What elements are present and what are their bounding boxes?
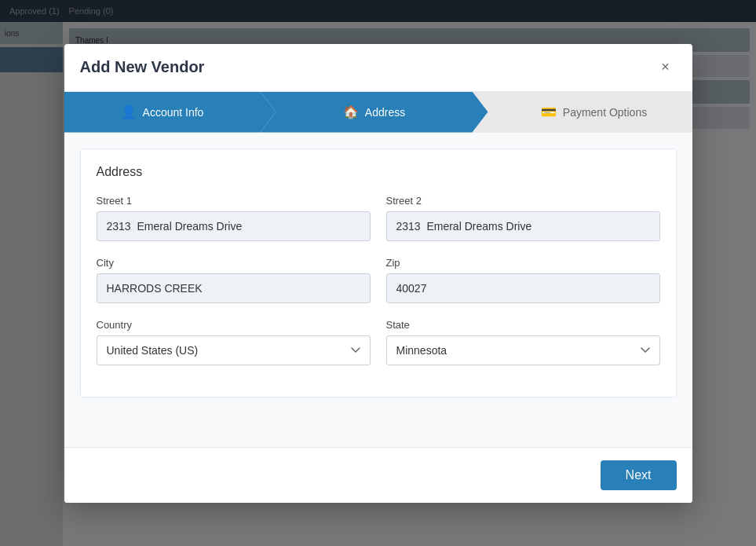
step-payment-options[interactable]: 💳 Payment Options — [473, 92, 692, 133]
state-select[interactable]: Minnesota Alabama Alaska California Colo… — [386, 335, 660, 365]
state-group: State Minnesota Alabama Alaska Californi… — [386, 319, 660, 365]
country-select[interactable]: United States (US) Canada United Kingdom — [97, 335, 371, 365]
country-state-row: Country United States (US) Canada United… — [97, 319, 660, 365]
street2-input[interactable] — [386, 211, 660, 241]
street1-group: Street 1 — [97, 195, 371, 241]
address-form-card: Address Street 1 Street 2 City — [80, 148, 677, 398]
city-label: City — [97, 257, 371, 269]
street1-input[interactable] — [97, 211, 371, 241]
zip-group: Zip — [386, 257, 660, 303]
street1-label: Street 1 — [97, 195, 371, 207]
stepper: 👤 Account Info 🏠 Address 💳 Payment Optio… — [64, 92, 692, 133]
modal-body: Address Street 1 Street 2 City — [64, 133, 692, 447]
country-group: Country United States (US) Canada United… — [97, 319, 371, 365]
street-row: Street 1 Street 2 — [97, 195, 660, 241]
city-zip-row: City Zip — [97, 257, 660, 303]
modal-header: Add New Vendor × — [64, 44, 692, 92]
address-icon: 🏠 — [343, 104, 359, 119]
step-address[interactable]: 🏠 Address — [261, 92, 488, 133]
payment-icon: 💳 — [541, 104, 557, 119]
country-label: Country — [97, 319, 371, 331]
modal-title: Add New Vendor — [80, 58, 205, 76]
state-label: State — [386, 319, 660, 331]
city-group: City — [97, 257, 371, 303]
step-account-info[interactable]: 👤 Account Info — [64, 92, 276, 133]
modal-footer: Next — [64, 447, 692, 503]
step-payment-label: Payment Options — [563, 106, 647, 119]
zip-input[interactable] — [386, 273, 660, 303]
city-input[interactable] — [97, 273, 371, 303]
add-vendor-modal: Add New Vendor × 👤 Account Info 🏠 Addres… — [64, 44, 692, 503]
step-account-info-label: Account Info — [143, 106, 204, 119]
street2-label: Street 2 — [386, 195, 660, 207]
next-button[interactable]: Next — [601, 460, 677, 490]
zip-label: Zip — [386, 257, 660, 269]
street2-group: Street 2 — [386, 195, 660, 241]
modal-close-button[interactable]: × — [655, 57, 677, 79]
form-section-title: Address — [97, 165, 660, 179]
modal-backdrop: Add New Vendor × 👤 Account Info 🏠 Addres… — [0, 0, 756, 546]
step-address-label: Address — [365, 106, 405, 119]
account-info-icon: 👤 — [121, 104, 137, 119]
